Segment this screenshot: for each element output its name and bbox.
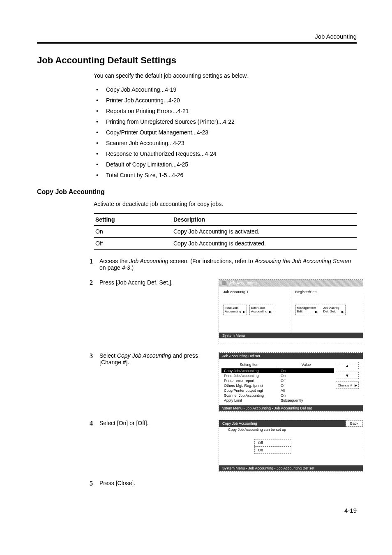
toc-item: Copy/Printer Output Management...4-23 (94, 129, 357, 136)
step-number: 5 (85, 480, 93, 487)
list-item[interactable]: Copy/Printer output mgtAll (221, 388, 334, 393)
panel-label: Job Accountg T (223, 290, 287, 294)
triangle-down-icon: ▼ (345, 373, 349, 378)
list-item[interactable]: Apply LimitSubsequently (221, 398, 334, 403)
table-header-setting: Setting (94, 213, 172, 226)
chevron-right-icon: ▶ (269, 310, 272, 314)
toc-item: Copy Job Accounting...4-19 (94, 86, 357, 93)
table-header-description: Description (172, 213, 357, 226)
each-job-accounting-button[interactable]: Each Job Accounting▶ (249, 305, 273, 315)
panel-title: Job Accounting (229, 281, 257, 285)
toc-item: Default of Copy Limitation...4-25 (94, 161, 357, 168)
step-number: 4 (85, 420, 93, 472)
running-head: Job Accounting (37, 33, 357, 40)
list-item[interactable]: Others Mgt. Reg. (print)Off (221, 383, 334, 388)
job-accntg-def-set-button[interactable]: Job Accntg Def. Set.▶ (322, 305, 346, 315)
settings-table: Setting Description On Copy Job Accounti… (94, 213, 357, 250)
toc-list: Copy Job Accounting...4-19 Printer Job A… (94, 86, 357, 178)
toc-item: Total Count by Size, 1-5...4-26 (94, 172, 357, 178)
table-cell: On (94, 226, 172, 238)
page-title: Job Accounting Default Settings (37, 55, 357, 66)
scroll-up-button[interactable]: ▲ (336, 362, 359, 369)
toc-item: Reports on Printing Errors...4-21 (94, 108, 357, 114)
step-text: Select [On] or [Off]. (99, 420, 212, 472)
panel-footer: ystem Menu - Job Accounting - Job Accoun… (219, 405, 363, 411)
panel-title: Copy Job Accounting (219, 420, 346, 427)
step-text: Select Copy Job Accounting and press [Ch… (99, 352, 212, 412)
list-item[interactable]: Printer error reportOff (221, 378, 334, 383)
step-text: Press [Job Accntg Def. Set.]. (99, 279, 212, 344)
chevron-right-icon: ▶ (243, 310, 245, 314)
toc-item: Printing from Unregistered Sources (Prin… (94, 118, 357, 125)
panel-subtitle: Copy Job Accounting can be set up (219, 427, 363, 439)
column-header-value: Value (278, 363, 334, 367)
figure-job-accounting-screen: Job Accounting Job Accountg T Total Job … (219, 279, 363, 344)
toc-item: Printer Job Accounting...4-20 (94, 97, 357, 104)
panel-title: Job Accounting Def set (219, 353, 363, 359)
chevron-right-icon: ▶ (341, 310, 344, 314)
total-job-accounting-button[interactable]: Total Job Accounting▶ (223, 305, 247, 315)
management-edit-button[interactable]: Management Edit▶ (295, 305, 319, 315)
step-number: 2 (85, 279, 93, 344)
page-number: 4-19 (37, 507, 357, 514)
toc-item: Response to Unauthorized Requests...4-24 (94, 150, 357, 157)
panel-label: Register/Sett. (295, 290, 359, 294)
panel-footer: System Menu - Job Accounting - Job Accou… (219, 465, 363, 471)
toc-item: Scanner Job Accounting...4-23 (94, 140, 357, 146)
figure-def-set-screen: Job Accounting Def set Setting Item Valu… (219, 352, 363, 412)
section-heading: Copy Job Accounting (37, 188, 357, 196)
step-number: 3 (85, 352, 93, 412)
list-item[interactable]: Copy Job AccountingOn (221, 368, 334, 373)
table-cell: Copy Job Accounting is activated. (172, 226, 357, 238)
triangle-up-icon: ▲ (345, 363, 349, 368)
intro-text: You can specify the default job accounti… (94, 72, 357, 79)
column-header-setting-item: Setting Item (221, 363, 278, 367)
step-text: Press [Close]. (99, 480, 357, 487)
window-icon (222, 281, 226, 285)
panel-footer: System Menu (219, 333, 363, 338)
table-cell: Copy Job Accounting is deactivated. (172, 238, 357, 250)
on-option-button[interactable]: On (254, 446, 291, 454)
scroll-down-button[interactable]: ▼ (336, 372, 359, 379)
list-item[interactable]: Scanner Job AccountingOn (221, 393, 334, 398)
header-rule (37, 42, 357, 44)
figure-copy-job-accounting-screen: Copy Job Accounting Back Copy Job Accoun… (219, 420, 363, 472)
back-button[interactable]: Back (346, 420, 363, 427)
list-item[interactable]: Print. Job AccountingOn (221, 373, 334, 378)
off-option-button[interactable]: Off (254, 439, 291, 446)
step-text: Access the Job Accounting screen. (For i… (99, 258, 357, 271)
section-intro: Activate or deactivate job accounting fo… (94, 201, 357, 207)
table-cell: Off (94, 238, 172, 250)
chevron-right-icon: ▶ (315, 310, 318, 314)
change-button[interactable]: Change #▶ (336, 382, 359, 389)
chevron-right-icon: ▶ (355, 384, 357, 387)
step-number: 1 (85, 258, 93, 271)
